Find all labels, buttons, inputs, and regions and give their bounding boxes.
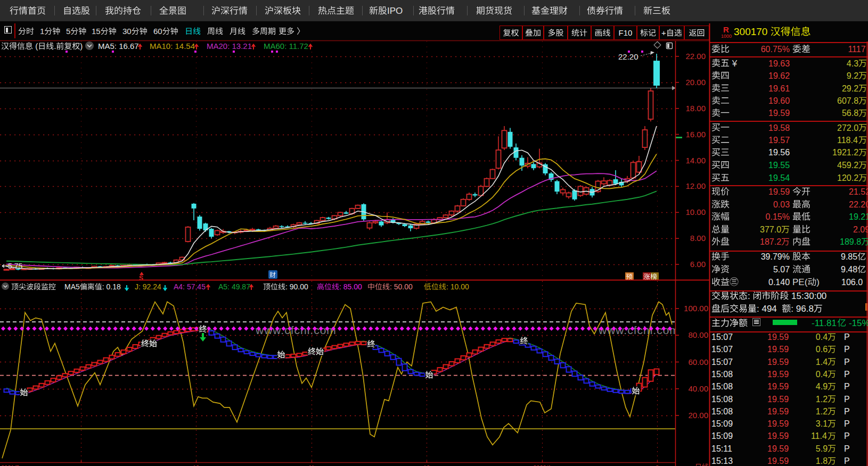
svg-text:¥: ¥ bbox=[730, 59, 738, 69]
svg-text:: 96.8: : 96.8 bbox=[791, 304, 814, 314]
svg-text:8.00: 8.00 bbox=[690, 234, 706, 243]
svg-text:15:08: 15:08 bbox=[711, 382, 733, 391]
svg-text:187.2: 187.2 bbox=[760, 237, 781, 246]
svg-text:80.00: 80.00 bbox=[688, 330, 708, 339]
svg-text:377.0: 377.0 bbox=[760, 225, 781, 234]
svg-text:19.58: 19.58 bbox=[768, 123, 790, 132]
svg-text:5.07: 5.07 bbox=[773, 265, 790, 274]
svg-text:MA5: MA5 bbox=[64, 282, 80, 291]
svg-text:22.20: 22.20 bbox=[618, 52, 638, 61]
svg-text:: 494: : 494 bbox=[757, 304, 782, 314]
svg-text:40.00: 40.00 bbox=[688, 384, 708, 393]
svg-text:): ) bbox=[816, 277, 820, 287]
svg-text:R: R bbox=[723, 25, 729, 34]
svg-text:19.59: 19.59 bbox=[767, 345, 789, 354]
svg-text:P: P bbox=[844, 395, 850, 404]
svg-text:): ) bbox=[80, 41, 83, 51]
svg-text:1.8: 1.8 bbox=[816, 456, 828, 465]
svg-text:272.0: 272.0 bbox=[837, 123, 858, 132]
svg-text:19.59: 19.59 bbox=[767, 456, 789, 465]
svg-text:607.8: 607.8 bbox=[837, 96, 858, 105]
svg-text:S: S bbox=[139, 274, 143, 282]
svg-text:14.00: 14.00 bbox=[685, 156, 706, 165]
svg-text:118.4: 118.4 bbox=[837, 136, 858, 145]
svg-text:: 50.00: : 50.00 bbox=[390, 282, 413, 291]
svg-text:19.59: 19.59 bbox=[767, 431, 789, 440]
svg-text:30: 30 bbox=[122, 27, 132, 36]
svg-text:P: P bbox=[844, 431, 850, 440]
svg-text:15:08: 15:08 bbox=[711, 370, 733, 379]
svg-text:P: P bbox=[844, 345, 850, 354]
svg-text:0.4: 0.4 bbox=[816, 370, 828, 379]
svg-text:5.9: 5.9 bbox=[816, 444, 828, 453]
svg-text:15:07: 15:07 bbox=[711, 345, 733, 354]
svg-text:19.59: 19.59 bbox=[767, 332, 789, 342]
svg-text:60.00: 60.00 bbox=[688, 357, 708, 367]
svg-text:P: P bbox=[844, 332, 850, 342]
svg-text:0.03: 0.03 bbox=[773, 200, 790, 209]
svg-text:100.00: 100.00 bbox=[684, 304, 708, 313]
svg-text:15:09: 15:09 bbox=[711, 431, 733, 440]
svg-text:P: P bbox=[844, 456, 850, 465]
svg-text:3.1: 3.1 bbox=[816, 419, 828, 428]
svg-text:A5: 49.87: A5: 49.87 bbox=[218, 282, 250, 291]
svg-text:19.59: 19.59 bbox=[767, 444, 789, 453]
svg-text:60.75%: 60.75% bbox=[761, 45, 790, 54]
svg-text:15:07: 15:07 bbox=[711, 357, 733, 367]
svg-text:0.4: 0.4 bbox=[816, 332, 828, 342]
svg-text:(: ( bbox=[33, 41, 38, 51]
svg-text:MA60: 11.72: MA60: 11.72 bbox=[264, 41, 308, 51]
svg-text:19.59: 19.59 bbox=[767, 382, 789, 391]
svg-text:MA5: 16.67: MA5: 16.67 bbox=[98, 41, 139, 51]
svg-text:1.2: 1.2 bbox=[816, 395, 828, 404]
svg-text:19.61: 19.61 bbox=[768, 84, 790, 93]
svg-text:20.00: 20.00 bbox=[685, 78, 706, 87]
svg-text:19.59: 19.59 bbox=[767, 357, 789, 367]
svg-text:0.15%: 0.15% bbox=[766, 212, 790, 221]
svg-text:9.48: 9.48 bbox=[841, 265, 857, 274]
svg-text:19.62: 19.62 bbox=[768, 71, 790, 80]
svg-text:MA20: 13.21: MA20: 13.21 bbox=[207, 41, 252, 51]
svg-text:0.140: 0.140 bbox=[768, 278, 790, 287]
svg-text:IPO: IPO bbox=[387, 6, 403, 16]
svg-text:19.59: 19.59 bbox=[768, 187, 790, 196]
svg-text:19.55: 19.55 bbox=[768, 161, 790, 170]
svg-text:.: . bbox=[54, 41, 56, 51]
svg-text:-15%: -15% bbox=[846, 318, 868, 328]
svg-text:20.00: 20.00 bbox=[688, 411, 708, 420]
svg-text:21.52: 21.52 bbox=[849, 187, 868, 196]
svg-text:29.2: 29.2 bbox=[842, 84, 858, 93]
svg-text:9.85: 9.85 bbox=[841, 252, 857, 261]
svg-text::: : bbox=[748, 291, 752, 301]
svg-text:19.63: 19.63 bbox=[768, 59, 790, 68]
svg-text:300170: 300170 bbox=[734, 26, 771, 37]
svg-text:1117: 1117 bbox=[848, 45, 865, 54]
svg-text:2.09: 2.09 bbox=[853, 225, 868, 234]
svg-text:15:07: 15:07 bbox=[711, 332, 733, 342]
svg-text:459.2: 459.2 bbox=[837, 161, 858, 170]
svg-text:15:30:00: 15:30:00 bbox=[789, 291, 826, 301]
svg-text:P: P bbox=[844, 382, 850, 391]
svg-text:22.00: 22.00 bbox=[685, 52, 706, 61]
svg-text:19.57: 19.57 bbox=[768, 136, 790, 145]
svg-text:39.79%: 39.79% bbox=[761, 252, 790, 261]
svg-text:5: 5 bbox=[66, 27, 70, 36]
svg-text:: 90.00: : 90.00 bbox=[285, 282, 308, 291]
svg-text:15:11: 15:11 bbox=[711, 444, 732, 453]
svg-text:56.8: 56.8 bbox=[842, 109, 858, 118]
svg-text:120.2: 120.2 bbox=[837, 173, 858, 182]
svg-text:22.20: 22.20 bbox=[849, 200, 868, 209]
svg-text:1.4: 1.4 bbox=[816, 357, 828, 367]
svg-text:F10: F10 bbox=[619, 28, 633, 37]
svg-text:6.00: 6.00 bbox=[690, 260, 706, 269]
svg-text:P: P bbox=[844, 444, 850, 453]
svg-text:5.75: 5.75 bbox=[8, 262, 22, 270]
svg-text:19.56: 19.56 bbox=[768, 148, 790, 157]
svg-text:15:13: 15:13 bbox=[711, 456, 733, 465]
svg-text:16.00: 16.00 bbox=[685, 130, 706, 139]
svg-text:J: 92.24: J: 92.24 bbox=[135, 282, 161, 291]
svg-text:P: P bbox=[844, 370, 850, 379]
svg-text:15:09: 15:09 bbox=[711, 419, 733, 428]
svg-text:19.59: 19.59 bbox=[767, 419, 789, 428]
svg-text:60: 60 bbox=[153, 27, 162, 36]
